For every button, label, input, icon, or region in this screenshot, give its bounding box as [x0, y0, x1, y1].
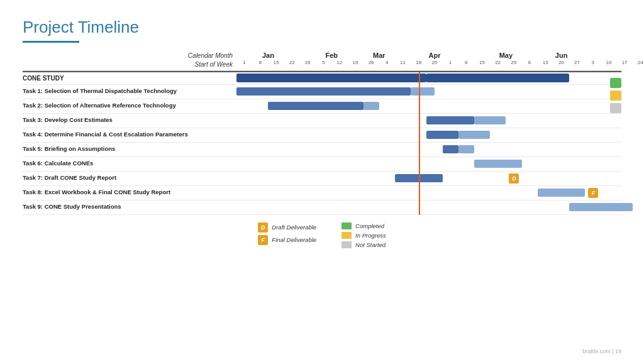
right-box-completed — [610, 78, 621, 88]
task-9-bars — [236, 200, 621, 214]
week-18: 18 — [411, 60, 426, 65]
task-6-label: Task 6: Calculate CONEs — [23, 158, 236, 168]
week-11: 11 — [395, 60, 411, 65]
months-row: Jan Feb Mar Apr May Jun — [236, 52, 644, 59]
week-15: 15 — [268, 60, 284, 65]
notstarted-label: Not Started — [355, 241, 386, 248]
week-25: 25 — [426, 60, 442, 65]
task-2-bar-light — [364, 102, 379, 110]
d-badge-legend: D — [258, 222, 268, 233]
notstarted-color-box — [341, 241, 352, 248]
task-2-bars — [236, 99, 621, 113]
legend-completed-row: Completed — [341, 222, 386, 229]
inprogress-color-box — [341, 232, 352, 239]
section-header-row: CONE STUDY — [23, 72, 621, 85]
legend-f-row: F Final Deliverable — [258, 235, 316, 245]
month-apr: Apr — [395, 52, 474, 59]
task-5-label: Task 5: Briefing on Assumptions — [23, 144, 236, 154]
task-1-bar-inprogress — [411, 87, 435, 96]
week-1apr: 1 — [442, 60, 458, 65]
gantt-container: Calendar Month Start of Week Jan Feb Mar… — [23, 52, 621, 248]
week-29apr: 29 — [506, 60, 521, 65]
col-header-labels: Calendar Month Start of Week — [23, 52, 236, 69]
start-of-week-label: Start of Week — [23, 60, 233, 69]
task-8-f-badge: F — [588, 188, 598, 198]
task-row-6: Task 6: Calculate CONEs — [23, 157, 621, 172]
right-legend-boxes — [610, 78, 621, 113]
task-4-bar1 — [426, 131, 458, 139]
week-1: 1 — [236, 60, 252, 65]
legend-notstarted-row: Not Started — [341, 241, 386, 248]
week-15apr: 15 — [474, 60, 490, 65]
week-22: 22 — [284, 60, 300, 65]
completed-color-box — [341, 222, 352, 229]
task-7-bars: D — [236, 172, 621, 185]
legend-d-row: D Draft Deliverable — [258, 222, 316, 233]
week-4: 4 — [379, 60, 395, 65]
week-13: 13 — [538, 60, 553, 65]
task-8-bar1 — [538, 189, 586, 197]
legend-inprogress-row: In Progress — [341, 232, 386, 239]
legend-area: D Draft Deliverable F Final Deliverable … — [23, 222, 621, 248]
task-5-bars — [236, 143, 621, 156]
task-row-8: Task 8: Excel Workbook & Final CONE Stud… — [23, 186, 621, 200]
right-box-inprogress — [610, 90, 621, 101]
task-7-d-badge: D — [509, 173, 519, 184]
task-7-label: Task 7: Draft CONE Study Report — [23, 173, 236, 183]
task-3-bar1 — [426, 116, 474, 124]
right-box-notstarted — [610, 103, 621, 113]
f-badge-legend: F — [258, 235, 268, 245]
section-bar2 — [426, 74, 569, 82]
task-9-bar1 — [569, 203, 633, 211]
task-3-bars — [236, 114, 621, 128]
task-6-bars — [236, 157, 621, 171]
task-8-bars: F — [236, 186, 621, 200]
task-8-label: Task 8: Excel Workbook & Final CONE Stud… — [23, 187, 236, 197]
task-4-label: Task 4: Determine Financial & Cost Escal… — [23, 129, 236, 140]
calendar-month-label: Calendar Month — [23, 52, 233, 60]
week-22apr: 22 — [490, 60, 506, 65]
weeks-row: 1 8 15 22 29 5 12 19 26 4 11 18 25 1 8 1… — [236, 60, 644, 65]
week-26: 26 — [364, 60, 379, 65]
task-2-bar-completed — [268, 102, 363, 110]
completed-label: Completed — [355, 222, 384, 229]
task-9-label: Task 9: CONE Study Presentations — [23, 202, 236, 212]
section-bar — [236, 74, 426, 82]
title-underline — [23, 41, 79, 43]
week-10jun: 10 — [601, 60, 616, 65]
inprogress-label: In Progress — [355, 232, 386, 239]
month-may: May — [474, 52, 538, 59]
page: Project Timeline Calendar Month Start of… — [0, 0, 644, 362]
task-4-bars — [236, 128, 621, 142]
week-27: 27 — [569, 60, 585, 65]
week-8apr: 8 — [458, 60, 474, 65]
footer-text: brattle.com | 19 — [582, 348, 621, 354]
gantt-body: CONE STUDY Task 1: Selection of Thermal … — [23, 71, 621, 215]
week-19: 19 — [347, 60, 363, 65]
task-1-bars — [236, 85, 621, 99]
f-text-legend: Final Deliverable — [272, 236, 316, 243]
task-row-1: Task 1: Selection of Thermal Dispatchabl… — [23, 85, 621, 99]
task-row-9: Task 9: CONE Study Presentations — [23, 200, 621, 215]
week-24jun: 24 — [633, 60, 644, 65]
month-feb: Feb — [300, 52, 364, 59]
task-row-4: Task 4: Determine Financial & Cost Escal… — [23, 128, 621, 143]
task-row-5: Task 5: Briefing on Assumptions — [23, 143, 621, 157]
gantt-header: Calendar Month Start of Week Jan Feb Mar… — [23, 52, 621, 71]
d-text-legend: Draft Deliverable — [272, 224, 316, 231]
page-title: Project Timeline — [23, 18, 621, 37]
section-bars — [236, 72, 621, 84]
week-12: 12 — [331, 60, 347, 65]
week-20: 20 — [553, 60, 569, 65]
today-line — [419, 72, 420, 215]
week-5: 5 — [316, 60, 331, 65]
task-5-bar2 — [458, 145, 474, 153]
task-5-bar1 — [443, 145, 458, 153]
week-29jan: 29 — [300, 60, 316, 65]
legend-status: Completed In Progress Not Started — [341, 222, 386, 248]
task-row-2: Task 2: Selection of Alternative Referen… — [23, 99, 621, 114]
week-17jun: 17 — [617, 60, 633, 65]
month-jun: Jun — [538, 52, 586, 59]
section-label: CONE STUDY — [23, 73, 236, 84]
task-4-bar2 — [458, 131, 490, 139]
